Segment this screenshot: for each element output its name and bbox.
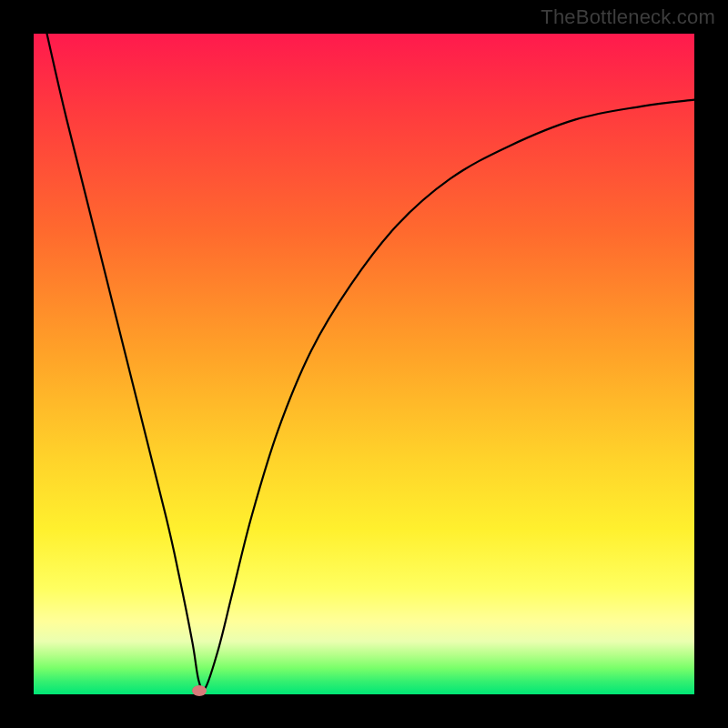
chart-frame: TheBottleneck.com <box>0 0 728 728</box>
optimal-point-marker <box>192 685 207 696</box>
plot-area <box>34 34 694 694</box>
bottleneck-curve <box>34 34 694 694</box>
watermark-text: TheBottleneck.com <box>541 5 715 29</box>
